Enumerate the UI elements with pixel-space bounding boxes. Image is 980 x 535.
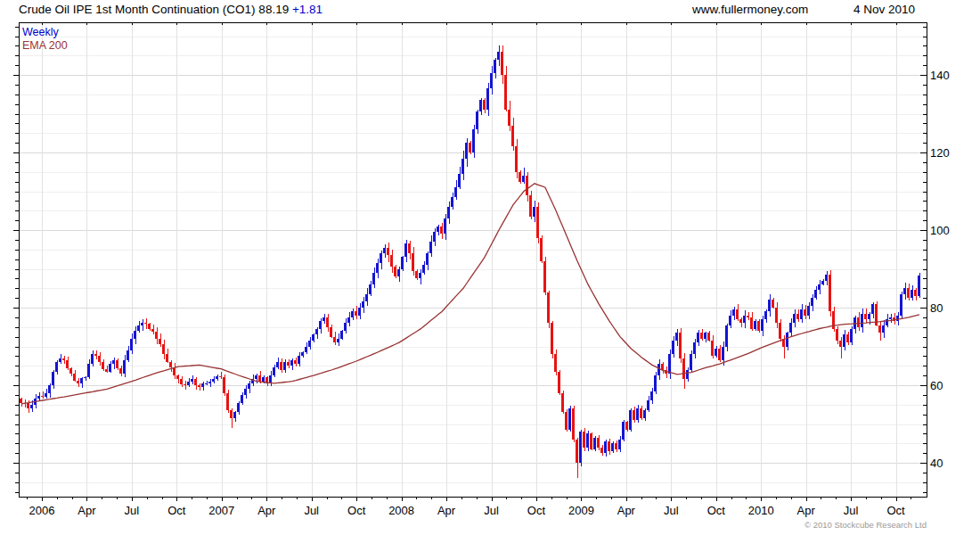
candle-week-152 — [561, 393, 564, 413]
y-axis-label-120: 120 — [930, 146, 950, 160]
candle-week-85 — [323, 317, 325, 321]
candle-week-149 — [551, 323, 553, 354]
candle-week-118 — [440, 226, 443, 235]
candle-week-49 — [194, 379, 197, 385]
candle-week-184 — [675, 333, 678, 341]
candle-week-221 — [807, 306, 810, 316]
candle-week-114 — [426, 253, 429, 265]
candle-week-16 — [77, 381, 79, 383]
candle-week-225 — [821, 281, 824, 284]
candle-week-17 — [80, 378, 83, 383]
x-axis-label-Jul: Jul — [664, 504, 679, 517]
x-axis-label-2006: 2006 — [29, 504, 55, 517]
candle-week-231 — [843, 334, 845, 346]
candle-week-12 — [62, 358, 65, 359]
x-axis-label-Apr: Apr — [617, 504, 636, 517]
grid-minor — [19, 37, 927, 482]
candle-week-84 — [319, 321, 322, 329]
candle-week-202 — [739, 319, 742, 323]
candle-week-117 — [437, 226, 439, 233]
price-chart: 2006AprJulOct2007AprJulOct2008AprJulOct2… — [0, 0, 980, 535]
candle-week-113 — [422, 265, 425, 273]
candle-week-41 — [166, 354, 168, 362]
candle-week-148 — [547, 292, 550, 324]
candle-week-99 — [372, 273, 375, 284]
candle-week-119 — [444, 218, 446, 234]
candle-week-218 — [796, 314, 799, 320]
candle-week-127 — [472, 129, 475, 152]
candle-week-38 — [155, 332, 158, 339]
chart-canvas: 2006AprJulOct2007AprJulOct2008AprJulOct2… — [0, 0, 980, 535]
candle-week-106 — [397, 269, 400, 277]
candle-week-220 — [804, 309, 806, 316]
candle-week-182 — [668, 354, 671, 374]
ema-200-line — [21, 184, 919, 404]
candle-week-190 — [697, 333, 699, 342]
candle-week-88 — [333, 337, 336, 343]
candle-week-83 — [315, 329, 318, 335]
candle-week-201 — [736, 309, 739, 319]
candle-week-61 — [237, 403, 240, 413]
candle-week-195 — [715, 349, 717, 357]
candle-week-70 — [269, 375, 272, 383]
candle-week-146 — [540, 238, 543, 261]
candle-week-151 — [558, 372, 560, 393]
x-axis-label-Oct: Oct — [886, 504, 905, 517]
candle-week-52 — [205, 383, 208, 384]
candle-week-235 — [857, 317, 860, 327]
candle-week-93 — [351, 311, 354, 317]
x-axis-label-Apr: Apr — [797, 504, 816, 517]
y-axis-label-40: 40 — [930, 457, 943, 470]
candle-week-71 — [273, 367, 275, 375]
candle-week-37 — [151, 329, 154, 332]
x-axis — [28, 22, 911, 501]
candle-week-108 — [404, 243, 407, 257]
candle-week-154 — [568, 408, 571, 430]
x-axis-label-2010: 2010 — [748, 504, 774, 517]
candle-week-76 — [290, 360, 293, 366]
candle-week-67 — [258, 375, 261, 382]
candle-week-53 — [208, 382, 211, 383]
candle-week-96 — [362, 301, 364, 308]
candle-week-224 — [818, 284, 821, 291]
candle-week-111 — [415, 271, 418, 279]
candle-week-252 — [918, 276, 920, 296]
candle-week-131 — [486, 88, 489, 110]
candle-week-244 — [889, 317, 892, 319]
candle-week-242 — [882, 325, 885, 333]
legend-weekly-label: Weekly — [22, 26, 59, 38]
candle-week-229 — [836, 329, 838, 341]
candle-week-207 — [757, 321, 760, 331]
candle-week-156 — [576, 440, 578, 463]
candle-week-86 — [326, 317, 329, 327]
candle-week-140 — [519, 172, 521, 182]
candle-week-139 — [515, 146, 518, 171]
candle-week-23 — [102, 362, 104, 369]
candle-week-2 — [27, 403, 29, 408]
candle-week-159 — [586, 433, 589, 447]
candle-week-142 — [526, 176, 528, 195]
chart-title-text: Crude Oil IPE 1st Month Continuation (CO… — [19, 3, 292, 16]
candle-week-9 — [52, 372, 54, 385]
candle-week-80 — [305, 347, 307, 353]
candle-week-210 — [768, 300, 771, 311]
candle-week-150 — [554, 354, 557, 372]
candle-week-130 — [483, 100, 486, 110]
candle-week-25 — [109, 364, 111, 372]
candle-week-58 — [226, 393, 229, 411]
candle-week-60 — [233, 412, 236, 418]
candle-week-39 — [159, 339, 161, 345]
candle-week-46 — [184, 384, 186, 385]
candle-week-155 — [572, 408, 575, 440]
candle-week-165 — [608, 441, 610, 451]
candle-week-223 — [814, 290, 817, 298]
candle-week-56 — [219, 376, 222, 377]
candle-week-185 — [679, 333, 682, 358]
candle-week-104 — [390, 255, 393, 267]
y-axis-labels: 406080100120140 — [930, 69, 950, 470]
candle-week-77 — [294, 360, 297, 364]
price-change: +1.81 — [292, 3, 323, 16]
x-axis-label-Oct: Oct — [527, 504, 546, 517]
candle-week-196 — [718, 349, 721, 360]
candle-week-54 — [212, 379, 215, 381]
